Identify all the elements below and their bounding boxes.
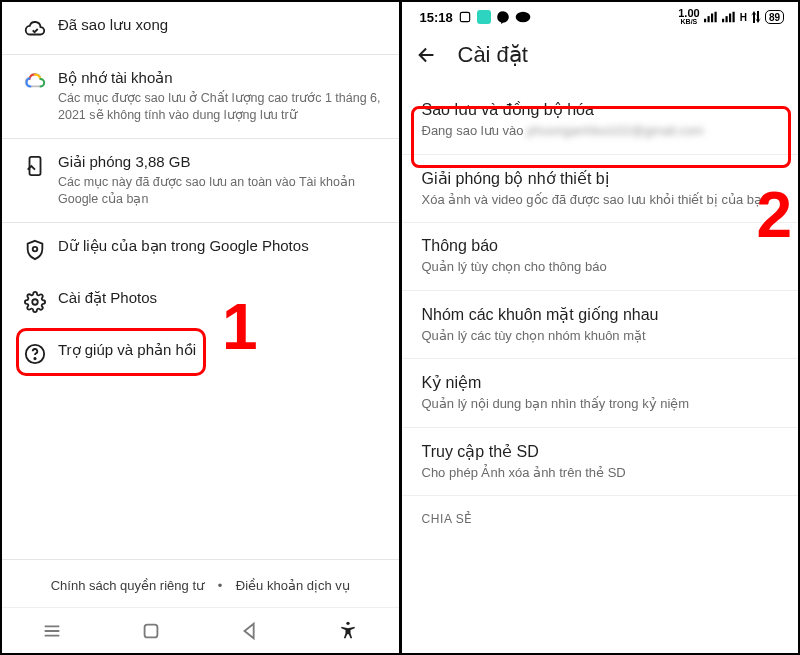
svg-rect-14 (725, 16, 727, 22)
google-cloud-icon (24, 71, 58, 89)
back-button[interactable] (239, 620, 261, 642)
sd-access-title: Truy cập thẻ SD (422, 442, 779, 461)
svg-point-4 (34, 357, 35, 358)
signal-icon-1 (704, 11, 718, 23)
face-groups-title: Nhóm các khuôn mặt giống nhau (422, 305, 779, 324)
gear-icon (24, 291, 58, 313)
svg-point-2 (32, 299, 38, 305)
free-device-item[interactable]: Giải phóng bộ nhớ thiết bị Xóa ảnh và vi… (402, 155, 799, 224)
backup-status-row[interactable]: Đã sao lưu xong (2, 2, 399, 55)
memories-item[interactable]: Kỷ niệm Quản lý nội dung bạn nhìn thấy t… (402, 359, 799, 428)
terms-link[interactable]: Điều khoản dịch vụ (236, 578, 350, 593)
free-up-title: Giải phóng 3,88 GB (58, 153, 381, 171)
privacy-link[interactable]: Chính sách quyền riêng tư (51, 578, 204, 593)
data-arrows-icon (751, 11, 761, 23)
svg-rect-5 (144, 624, 157, 637)
svg-rect-9 (704, 19, 706, 23)
photos-settings-row[interactable]: Cài đặt Photos (2, 275, 399, 327)
right-pane: 15:18 1.00 KB/S H 89 Cài đặt (402, 2, 799, 653)
free-device-title: Giải phóng bộ nhớ thiết bị (422, 169, 779, 188)
memories-title: Kỷ niệm (422, 373, 779, 392)
left-pane: Đã sao lưu xong Bộ nhớ tài khoản Các mục… (2, 2, 402, 653)
status-speed-unit: KB/S (681, 19, 698, 25)
shield-icon (24, 239, 58, 261)
svg-point-6 (346, 621, 349, 624)
free-device-subtitle: Xóa ảnh và video gốc đã được sao lưu khỏ… (422, 191, 779, 209)
notifications-item[interactable]: Thông báo Quản lý tùy chọn cho thông báo (402, 223, 799, 291)
status-time: 15:18 (420, 10, 453, 25)
status-net: H (740, 12, 747, 23)
settings-header: Cài đặt (402, 32, 799, 86)
help-feedback-row[interactable]: Trợ giúp và phản hồi (2, 327, 399, 379)
sd-access-item[interactable]: Truy cập thẻ SD Cho phép Ảnh xóa ảnh trê… (402, 428, 799, 497)
backup-sync-item[interactable]: Sao lưu và đồng bộ hóa Đang sao lưu vào … (402, 86, 799, 155)
svg-rect-15 (729, 14, 731, 23)
accessibility-button[interactable] (338, 620, 360, 642)
svg-rect-7 (460, 12, 469, 21)
memories-subtitle: Quản lý nội dung bạn nhìn thấy trong kỷ … (422, 395, 779, 413)
svg-rect-11 (711, 14, 713, 23)
notifications-title: Thông báo (422, 237, 779, 255)
back-arrow-icon[interactable] (416, 44, 438, 66)
free-up-subtitle: Các mục này đã được sao lưu an toàn vào … (58, 174, 381, 208)
settings-title: Cài đặt (458, 42, 528, 68)
system-navbar (2, 607, 399, 653)
app-icon-1 (458, 10, 472, 24)
face-groups-subtitle: Quản lý các tùy chọn nhóm khuôn mặt (422, 327, 779, 345)
svg-rect-13 (722, 19, 724, 23)
status-bar: 15:18 1.00 KB/S H 89 (402, 2, 799, 32)
svg-rect-12 (714, 12, 716, 23)
device-cleanup-icon (24, 155, 58, 177)
recents-button[interactable] (41, 620, 63, 642)
free-up-row[interactable]: Giải phóng 3,88 GB Các mục này đã được s… (2, 139, 399, 223)
account-storage-subtitle: Các mục được sao lưu ở Chất lượng cao tr… (58, 90, 381, 124)
help-title: Trợ giúp và phản hồi (58, 341, 381, 359)
sd-access-subtitle: Cho phép Ảnh xóa ảnh trên thẻ SD (422, 464, 779, 482)
svg-rect-16 (732, 12, 734, 23)
messenger-icon (496, 10, 510, 24)
footer-links: Chính sách quyền riêng tư • Điều khoản d… (2, 559, 399, 607)
photos-settings-title: Cài đặt Photos (58, 289, 381, 307)
face-groups-item[interactable]: Nhóm các khuôn mặt giống nhau Quản lý cá… (402, 291, 799, 360)
your-data-title: Dữ liệu của bạn trong Google Photos (58, 237, 381, 255)
backup-sync-subtitle: Đang sao lưu vào phuonganhbui102@gmail.c… (422, 122, 779, 140)
notification-icon (515, 11, 531, 23)
help-icon (24, 343, 58, 365)
app-icon-2 (477, 10, 491, 24)
svg-point-8 (515, 12, 530, 23)
backup-status-title: Đã sao lưu xong (58, 16, 381, 34)
home-button[interactable] (140, 620, 162, 642)
account-storage-row[interactable]: Bộ nhớ tài khoản Các mục được sao lưu ở … (2, 55, 399, 139)
account-storage-title: Bộ nhớ tài khoản (58, 69, 381, 87)
signal-icon-2 (722, 11, 736, 23)
notifications-subtitle: Quản lý tùy chọn cho thông báo (422, 258, 779, 276)
dot-separator: • (208, 578, 233, 593)
svg-point-1 (33, 246, 38, 251)
share-section-label: CHIA SẺ (402, 496, 799, 532)
backup-sync-title: Sao lưu và đồng bộ hóa (422, 100, 779, 119)
battery-indicator: 89 (765, 10, 784, 24)
cloud-check-icon (24, 18, 58, 40)
svg-rect-10 (707, 16, 709, 22)
your-data-row[interactable]: Dữ liệu của bạn trong Google Photos (2, 223, 399, 275)
